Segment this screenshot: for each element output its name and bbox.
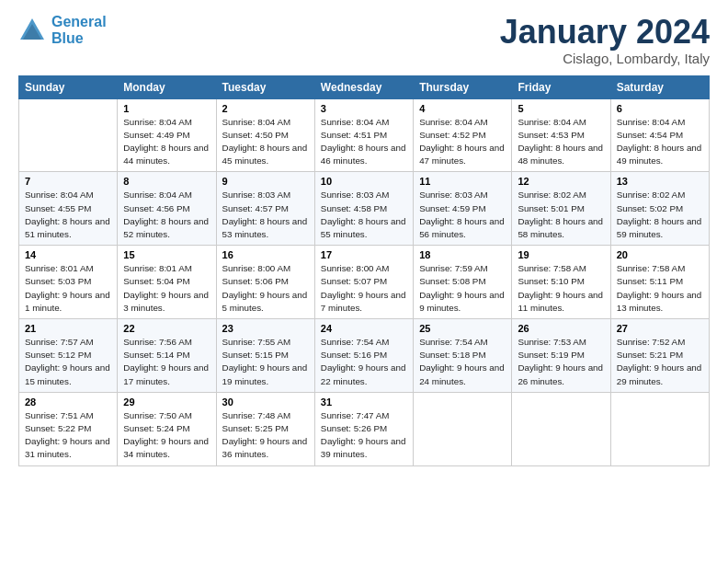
day-detail: Sunrise: 8:00 AMSunset: 5:07 PMDaylight:… (321, 262, 407, 315)
weekday-header: Monday (118, 75, 216, 98)
header: General Blue January 2024 Cislago, Lomba… (18, 14, 710, 66)
day-detail: Sunrise: 7:50 AMSunset: 5:24 PMDaylight:… (123, 409, 210, 462)
day-number: 16 (222, 249, 309, 260)
header-row: SundayMondayTuesdayWednesdayThursdayFrid… (19, 75, 710, 98)
logo-general: General (51, 14, 107, 29)
location: Cislago, Lombardy, Italy (500, 51, 710, 66)
calendar-cell: 4Sunrise: 8:04 AMSunset: 4:52 PMDaylight… (414, 98, 512, 172)
day-detail: Sunrise: 7:51 AMSunset: 5:22 PMDaylight:… (25, 409, 111, 462)
weekday-header: Wednesday (314, 75, 413, 98)
calendar-cell: 14Sunrise: 8:01 AMSunset: 5:03 PMDayligh… (19, 246, 118, 319)
calendar-cell: 21Sunrise: 7:57 AMSunset: 5:12 PMDayligh… (19, 319, 118, 393)
day-number: 20 (617, 249, 703, 260)
calendar-cell (610, 392, 709, 465)
weekday-header: Friday (512, 75, 610, 98)
day-number: 13 (617, 176, 703, 187)
calendar-cell: 25Sunrise: 7:54 AMSunset: 5:18 PMDayligh… (414, 319, 512, 393)
page: General Blue January 2024 Cislago, Lomba… (0, 0, 728, 563)
calendar-cell (19, 98, 118, 172)
calendar-cell: 2Sunrise: 8:04 AMSunset: 4:50 PMDaylight… (216, 98, 314, 172)
day-detail: Sunrise: 8:04 AMSunset: 4:54 PMDaylight:… (617, 116, 703, 168)
day-number: 28 (25, 396, 111, 408)
day-detail: Sunrise: 8:04 AMSunset: 4:51 PMDaylight:… (321, 116, 407, 168)
day-detail: Sunrise: 8:04 AMSunset: 4:52 PMDaylight:… (419, 116, 506, 168)
day-number: 9 (222, 176, 309, 187)
calendar-cell: 5Sunrise: 8:04 AMSunset: 4:53 PMDaylight… (512, 98, 610, 172)
day-number: 11 (419, 176, 506, 187)
day-number: 25 (419, 323, 506, 334)
weekday-header: Thursday (414, 75, 512, 98)
day-number: 8 (123, 176, 210, 187)
day-detail: Sunrise: 8:04 AMSunset: 4:56 PMDaylight:… (123, 189, 210, 241)
day-detail: Sunrise: 8:04 AMSunset: 4:53 PMDaylight:… (518, 116, 604, 168)
day-detail: Sunrise: 7:59 AMSunset: 5:08 PMDaylight:… (419, 262, 506, 315)
calendar-cell: 8Sunrise: 8:04 AMSunset: 4:56 PMDaylight… (118, 172, 216, 246)
calendar-cell: 15Sunrise: 8:01 AMSunset: 5:04 PMDayligh… (118, 246, 216, 319)
calendar-week-row: 28Sunrise: 7:51 AMSunset: 5:22 PMDayligh… (19, 392, 710, 465)
logo: General Blue (18, 14, 107, 46)
calendar-cell: 9Sunrise: 8:03 AMSunset: 4:57 PMDaylight… (216, 172, 314, 246)
day-number: 18 (419, 249, 506, 260)
calendar-cell: 28Sunrise: 7:51 AMSunset: 5:22 PMDayligh… (19, 392, 118, 465)
calendar-cell: 16Sunrise: 8:00 AMSunset: 5:06 PMDayligh… (216, 246, 314, 319)
calendar-cell: 30Sunrise: 7:48 AMSunset: 5:25 PMDayligh… (216, 392, 314, 465)
day-number: 7 (25, 176, 111, 187)
day-number: 4 (419, 103, 506, 114)
day-number: 2 (222, 103, 309, 114)
day-number: 29 (123, 396, 210, 408)
calendar-cell: 27Sunrise: 7:52 AMSunset: 5:21 PMDayligh… (610, 319, 709, 393)
calendar-cell: 22Sunrise: 7:56 AMSunset: 5:14 PMDayligh… (118, 319, 216, 393)
day-number: 5 (518, 103, 604, 114)
day-detail: Sunrise: 7:54 AMSunset: 5:16 PMDaylight:… (321, 336, 407, 388)
calendar-cell: 12Sunrise: 8:02 AMSunset: 5:01 PMDayligh… (512, 172, 610, 246)
calendar-cell: 10Sunrise: 8:03 AMSunset: 4:58 PMDayligh… (314, 172, 413, 246)
weekday-header: Saturday (610, 75, 709, 98)
day-detail: Sunrise: 7:48 AMSunset: 5:25 PMDaylight:… (222, 409, 309, 462)
day-number: 21 (25, 323, 111, 334)
calendar-cell: 29Sunrise: 7:50 AMSunset: 5:24 PMDayligh… (118, 392, 216, 465)
day-detail: Sunrise: 8:02 AMSunset: 5:02 PMDaylight:… (617, 189, 703, 241)
calendar-cell: 20Sunrise: 7:58 AMSunset: 5:11 PMDayligh… (610, 246, 709, 319)
day-number: 22 (123, 323, 210, 334)
calendar-week-row: 21Sunrise: 7:57 AMSunset: 5:12 PMDayligh… (19, 319, 710, 393)
calendar-cell: 11Sunrise: 8:03 AMSunset: 4:59 PMDayligh… (414, 172, 512, 246)
calendar-cell: 17Sunrise: 8:00 AMSunset: 5:07 PMDayligh… (314, 246, 413, 319)
day-number: 19 (518, 249, 604, 260)
weekday-header: Tuesday (216, 75, 314, 98)
calendar-week-row: 14Sunrise: 8:01 AMSunset: 5:03 PMDayligh… (19, 246, 710, 319)
logo-text: General Blue (51, 14, 107, 46)
day-number: 23 (222, 323, 309, 334)
day-detail: Sunrise: 8:04 AMSunset: 4:55 PMDaylight:… (25, 189, 111, 241)
day-detail: Sunrise: 8:01 AMSunset: 5:03 PMDaylight:… (25, 262, 111, 315)
day-number: 1 (123, 103, 210, 114)
calendar-cell: 31Sunrise: 7:47 AMSunset: 5:26 PMDayligh… (314, 392, 413, 465)
day-detail: Sunrise: 7:58 AMSunset: 5:11 PMDaylight:… (617, 262, 703, 315)
logo-icon (18, 17, 46, 44)
calendar-cell: 19Sunrise: 7:58 AMSunset: 5:10 PMDayligh… (512, 246, 610, 319)
month-title: January 2024 (500, 14, 710, 51)
day-detail: Sunrise: 7:54 AMSunset: 5:18 PMDaylight:… (419, 336, 506, 388)
day-detail: Sunrise: 8:03 AMSunset: 4:57 PMDaylight:… (222, 189, 309, 241)
day-number: 15 (123, 249, 210, 260)
calendar-week-row: 1Sunrise: 8:04 AMSunset: 4:49 PMDaylight… (19, 98, 710, 172)
day-detail: Sunrise: 7:56 AMSunset: 5:14 PMDaylight:… (123, 336, 210, 388)
day-number: 26 (518, 323, 604, 334)
calendar-cell: 6Sunrise: 8:04 AMSunset: 4:54 PMDaylight… (610, 98, 709, 172)
weekday-header: Sunday (19, 75, 118, 98)
calendar-week-row: 7Sunrise: 8:04 AMSunset: 4:55 PMDaylight… (19, 172, 710, 246)
day-number: 3 (321, 103, 407, 114)
calendar-cell: 26Sunrise: 7:53 AMSunset: 5:19 PMDayligh… (512, 319, 610, 393)
calendar-table: SundayMondayTuesdayWednesdayThursdayFrid… (18, 75, 710, 466)
calendar-cell: 7Sunrise: 8:04 AMSunset: 4:55 PMDaylight… (19, 172, 118, 246)
day-detail: Sunrise: 7:57 AMSunset: 5:12 PMDaylight:… (25, 336, 111, 388)
day-number: 24 (321, 323, 407, 334)
day-detail: Sunrise: 8:01 AMSunset: 5:04 PMDaylight:… (123, 262, 210, 315)
calendar-cell: 1Sunrise: 8:04 AMSunset: 4:49 PMDaylight… (118, 98, 216, 172)
day-number: 31 (321, 396, 407, 408)
day-detail: Sunrise: 8:02 AMSunset: 5:01 PMDaylight:… (518, 189, 604, 241)
calendar-cell: 23Sunrise: 7:55 AMSunset: 5:15 PMDayligh… (216, 319, 314, 393)
day-detail: Sunrise: 7:55 AMSunset: 5:15 PMDaylight:… (222, 336, 309, 388)
calendar-cell (512, 392, 610, 465)
calendar-cell (414, 392, 512, 465)
calendar-cell: 24Sunrise: 7:54 AMSunset: 5:16 PMDayligh… (314, 319, 413, 393)
